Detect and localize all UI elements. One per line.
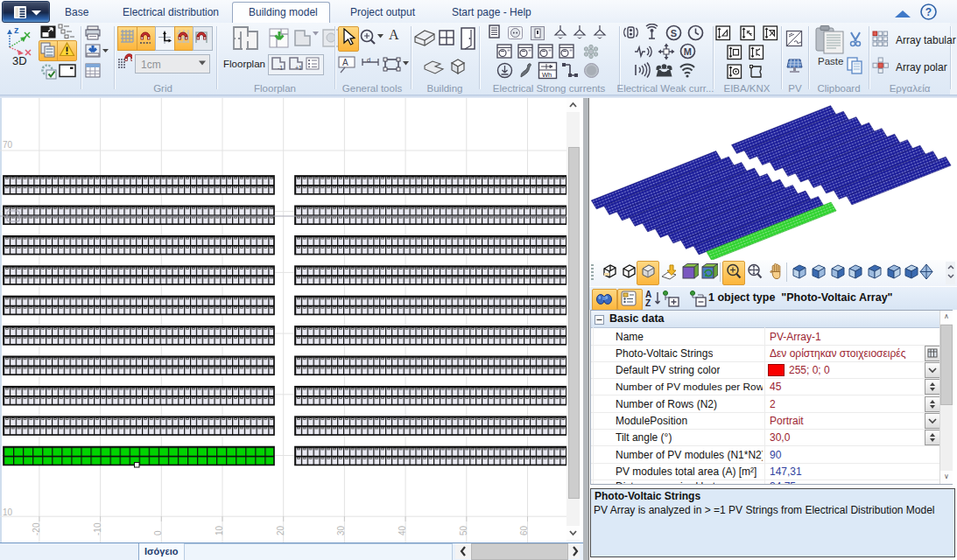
svg-text:60: 60 bbox=[519, 525, 529, 536]
svg-text:Z: Z bbox=[645, 298, 651, 308]
svg-text:70: 70 bbox=[3, 140, 13, 150]
svg-text:S: S bbox=[671, 28, 677, 38]
svg-text:10: 10 bbox=[215, 525, 224, 536]
svg-text:30: 30 bbox=[336, 525, 346, 536]
svg-text:40: 40 bbox=[398, 525, 407, 536]
svg-text:z: z bbox=[14, 24, 19, 35]
svg-text:10: 10 bbox=[3, 508, 13, 517]
svg-text:0: 0 bbox=[153, 530, 163, 536]
svg-text:M: M bbox=[684, 46, 692, 57]
svg-text:Wh: Wh bbox=[542, 71, 552, 79]
svg-text:d: d bbox=[367, 56, 370, 64]
svg-text:20: 20 bbox=[276, 525, 285, 536]
svg-text:?: ? bbox=[925, 6, 932, 18]
svg-text:-1: -1 bbox=[278, 65, 283, 71]
svg-text:-20: -20 bbox=[32, 522, 41, 536]
svg-text:-10: -10 bbox=[93, 522, 102, 536]
svg-text:50: 50 bbox=[459, 525, 468, 536]
svg-text:A: A bbox=[342, 58, 348, 67]
svg-text:+1: +1 bbox=[295, 65, 302, 71]
